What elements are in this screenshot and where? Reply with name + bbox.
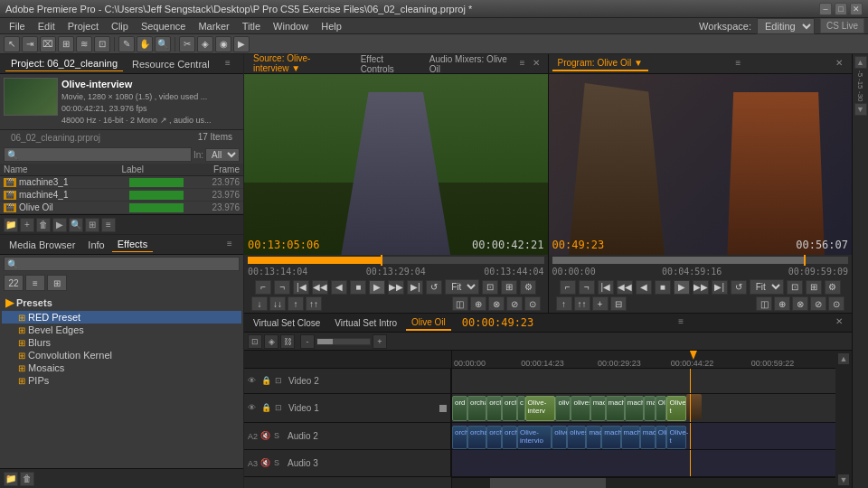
- effects-btn-22[interactable]: 22: [4, 275, 24, 291]
- project-panel-menu[interactable]: ≡: [225, 58, 238, 70]
- video2-track[interactable]: [452, 369, 835, 394]
- source-monitor-close[interactable]: ✕: [533, 58, 543, 70]
- tree-item-convolution-kernel[interactable]: ⊞ Convolution Kernel: [2, 349, 241, 361]
- clip-olives2t[interactable]: olives2_t: [571, 396, 590, 421]
- new-custom-bin-button[interactable]: 📁: [4, 472, 18, 486]
- toolbar-zoom[interactable]: 🔍: [155, 36, 171, 52]
- toolbar-slip2[interactable]: ◈: [197, 36, 213, 52]
- program-stop[interactable]: ■: [655, 280, 671, 295]
- tab-project[interactable]: Project: 06_02_cleaning: [5, 56, 123, 71]
- audio-clip-machine4[interactable]: machine4: [586, 426, 601, 449]
- audio-clip-olive[interactable]: Olive: [656, 426, 667, 449]
- tab-program[interactable]: Program: Olive Oil ▼: [552, 56, 648, 71]
- toolbar-track-select[interactable]: ⇥: [22, 36, 38, 52]
- source-overwrite[interactable]: ↓↓: [269, 296, 286, 311]
- program-extra-4[interactable]: ⊘: [810, 296, 826, 311]
- program-goto-out[interactable]: ▶|: [712, 280, 728, 295]
- tab-source[interactable]: Source: Olive-interview ▼: [248, 52, 352, 77]
- audio3-track[interactable]: [452, 450, 835, 477]
- program-mark-out[interactable]: ¬: [579, 280, 595, 295]
- clip-orchar2[interactable]: orchar: [486, 396, 502, 421]
- tab-audio-mixers[interactable]: Audio Mixers: Olive Oil: [422, 52, 518, 76]
- timeline-h-scroll[interactable]: [452, 477, 835, 488]
- maximize-button[interactable]: □: [835, 3, 847, 15]
- presets-root[interactable]: ▶ Presets: [2, 295, 241, 311]
- search-in-dropdown[interactable]: All: [205, 148, 240, 162]
- menu-sequence[interactable]: Sequence: [136, 20, 192, 33]
- source-mark-in[interactable]: ⌐: [255, 280, 271, 295]
- audio2-track[interactable]: orchar orchar orcha orchard Olive-interv…: [452, 423, 835, 450]
- program-extra-1[interactable]: ◫: [756, 296, 772, 311]
- program-extra-2[interactable]: ⊕: [774, 296, 790, 311]
- tab-virtual-set-close[interactable]: Virtual Set Close: [248, 316, 326, 330]
- tab-olive-oil[interactable]: Olive Oil: [406, 315, 451, 331]
- program-play-back[interactable]: ◀: [636, 280, 652, 295]
- rp-btn-2[interactable]: ▼: [854, 103, 867, 116]
- program-extra-3[interactable]: ⊗: [792, 296, 808, 311]
- tree-item-red-preset[interactable]: ⊞ RED Preset: [2, 311, 241, 324]
- program-lift[interactable]: ↑: [556, 296, 572, 311]
- clip-ord[interactable]: ord: [452, 396, 467, 421]
- timeline-zoom-slider[interactable]: [316, 338, 371, 345]
- clip-machine4[interactable]: machine4: [590, 396, 606, 421]
- clip-olive-t[interactable]: Olive-t: [666, 396, 685, 421]
- source-stop[interactable]: ■: [350, 280, 366, 295]
- list-item[interactable]: 🎬 Olive Oil 23.976: [0, 202, 243, 214]
- track-solo-a3-icon[interactable]: S: [274, 458, 285, 469]
- clip-olives3[interactable]: olives3: [555, 396, 571, 421]
- audio-clip-orchar2[interactable]: orchar: [467, 426, 486, 449]
- timeline-zoom-out[interactable]: -: [300, 334, 315, 349]
- track-eye-v1-icon[interactable]: 👁: [248, 403, 259, 414]
- program-play[interactable]: ▶: [674, 280, 690, 295]
- h-scroll-thumb[interactable]: [490, 478, 605, 488]
- program-trim[interactable]: ⊟: [610, 296, 627, 311]
- tree-item-pips[interactable]: ⊞ PIPs: [2, 374, 241, 387]
- list-view-button[interactable]: ≡: [101, 218, 116, 232]
- clip-thumb-video[interactable]: [686, 394, 702, 419]
- video1-track[interactable]: ord orchar orchar orchar c Olive-interv …: [452, 394, 835, 423]
- timeline-add-marker[interactable]: ◈: [264, 334, 278, 349]
- source-goto-out[interactable]: ▶|: [407, 280, 423, 295]
- toolbar-rolling[interactable]: ⊞: [58, 36, 74, 52]
- clip-orchar3[interactable]: orchar: [502, 396, 517, 421]
- tab-virtual-set-intro[interactable]: Virtual Set Intro: [329, 316, 402, 330]
- source-step-back[interactable]: ◀◀: [312, 280, 328, 295]
- source-loop[interactable]: ↺: [426, 280, 442, 295]
- track-sync-v1-icon[interactable]: ⊡: [275, 403, 286, 414]
- tab-effect-controls[interactable]: Effect Controls: [354, 52, 420, 76]
- effects-btn-list[interactable]: ≡: [25, 275, 45, 291]
- source-play-back[interactable]: ◀: [331, 280, 347, 295]
- toolbar-rate[interactable]: ≋: [76, 36, 92, 52]
- program-timeline-bar[interactable]: [552, 257, 849, 264]
- expand-track-v1[interactable]: [439, 405, 447, 412]
- tree-item-bevel-edges[interactable]: ⊞ Bevel Edges: [2, 324, 241, 336]
- menu-file[interactable]: File: [4, 20, 31, 33]
- track-lock-v1-icon[interactable]: 🔒: [261, 403, 272, 414]
- source-monitor-menu[interactable]: ≡: [520, 58, 531, 70]
- close-button[interactable]: ✕: [850, 3, 863, 15]
- list-item[interactable]: 🎬 machine3_1 23.976: [0, 176, 243, 189]
- source-output-btn[interactable]: ⊞: [501, 280, 517, 295]
- tab-resource-central[interactable]: Resource Central: [127, 57, 215, 71]
- source-mark-out[interactable]: ¬: [274, 280, 290, 295]
- source-extract[interactable]: ↑↑: [306, 296, 322, 311]
- minimize-button[interactable]: –: [819, 3, 832, 15]
- clip-machines[interactable]: machines: [606, 396, 625, 421]
- project-search-input[interactable]: [4, 147, 192, 162]
- tab-media-browser[interactable]: Media Browser: [4, 238, 80, 252]
- program-goto-in[interactable]: |◀: [598, 280, 614, 295]
- track-solo-a2-icon[interactable]: S: [274, 431, 285, 442]
- timeline-snap[interactable]: ⊡: [248, 334, 262, 349]
- toolbar-hand[interactable]: ✋: [137, 36, 153, 52]
- menu-title[interactable]: Title: [237, 20, 266, 33]
- audio-clip-olives2[interactable]: olives2: [567, 426, 586, 449]
- source-timeline-bar[interactable]: [248, 257, 544, 264]
- track-sync-icon[interactable]: ⊡: [275, 376, 286, 387]
- effects-btn-grid[interactable]: ⊞: [47, 275, 67, 291]
- menu-edit[interactable]: Edit: [33, 20, 61, 33]
- audio-clip-machine1[interactable]: machine1: [621, 426, 640, 449]
- audio-clip-olive-intervio[interactable]: Olive-intervio: [517, 426, 552, 449]
- workspace-dropdown[interactable]: Editing: [757, 18, 815, 34]
- clip-machine1[interactable]: machine1: [625, 396, 644, 421]
- menu-project[interactable]: Project: [62, 20, 104, 33]
